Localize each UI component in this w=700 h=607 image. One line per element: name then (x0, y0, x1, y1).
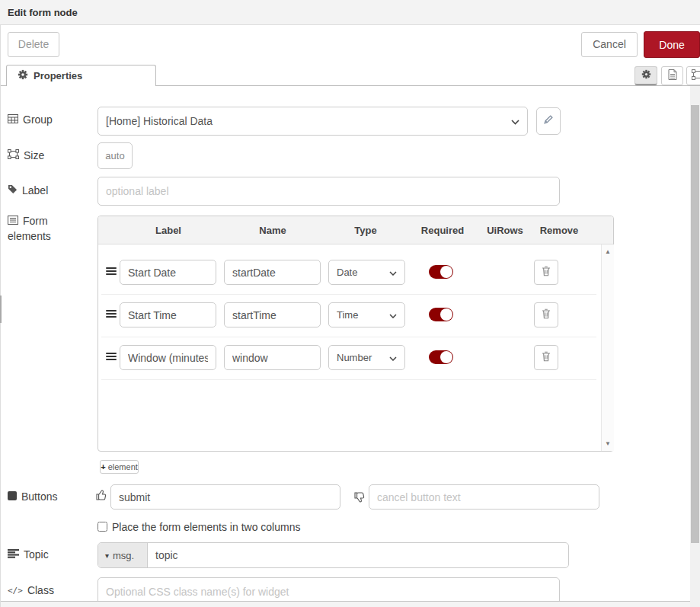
square-icon (8, 490, 17, 503)
table-scrollbar[interactable]: ▲ ▼ (601, 244, 614, 451)
gear-icon (641, 69, 651, 82)
label-input[interactable] (97, 177, 560, 206)
chevron-down-icon (389, 267, 397, 278)
group-select[interactable]: [Home] Historical Data (97, 107, 528, 136)
dialog-bottom-edge (0, 601, 690, 607)
tab-properties[interactable]: Properties (6, 65, 156, 86)
table-header-row: Label Name Type Required UiRows Remove (98, 216, 613, 244)
size-field-label: Size (8, 149, 44, 161)
delete-button[interactable]: Delete (8, 32, 59, 57)
chevron-down-icon (389, 352, 397, 363)
cancel-button[interactable]: Cancel (581, 32, 638, 57)
code-icon: </> (8, 586, 23, 596)
description-icon-button[interactable] (661, 66, 683, 85)
element-type-select[interactable]: Time (328, 302, 405, 327)
table-row: Time (98, 295, 601, 337)
topic-field-label: Topic (8, 548, 49, 561)
table-icon (8, 113, 18, 126)
document-icon (668, 69, 677, 83)
msg-prefix-label: msg. (113, 550, 134, 561)
msg-type-select[interactable]: ▾ msg. (98, 543, 148, 567)
element-type-select[interactable]: Date (328, 260, 405, 285)
size-handles-icon (8, 149, 19, 161)
element-label-input[interactable] (120, 302, 216, 327)
group-field-label: Group (8, 113, 53, 126)
scroll-down-icon[interactable]: ▼ (602, 440, 614, 447)
buttons-field-label: Buttons (8, 490, 57, 503)
selection-rect-icon (692, 69, 700, 83)
dialog-header (0, 0, 700, 25)
trash-icon (542, 351, 551, 365)
two-columns-checkbox-label[interactable]: Place the form elements in two columns (112, 521, 300, 533)
form-elements-table: Label Name Type Required UiRows Remove D… (97, 216, 614, 452)
trash-icon (542, 266, 551, 280)
drag-handle-icon[interactable] (106, 351, 117, 362)
appearance-icon-button[interactable] (686, 66, 700, 85)
edit-group-button[interactable] (536, 107, 561, 135)
topic-value[interactable]: topic (148, 543, 568, 567)
drag-handle-icon[interactable] (106, 266, 117, 276)
form-elements-field-label: Form (8, 215, 48, 227)
dialog-title: Edit form node (8, 0, 78, 25)
element-label-input[interactable] (120, 260, 216, 285)
element-name-input[interactable] (224, 302, 321, 327)
required-toggle[interactable] (429, 350, 453, 364)
remove-row-button[interactable] (534, 302, 558, 327)
drag-handle-icon[interactable] (106, 308, 117, 319)
list-alt-icon (8, 215, 18, 227)
panel-drag-grip[interactable] (0, 296, 2, 323)
thumbs-down-icon (354, 491, 366, 506)
required-toggle[interactable] (429, 265, 453, 279)
element-name-input[interactable] (224, 345, 321, 370)
remove-row-button[interactable] (534, 345, 558, 370)
remove-row-button[interactable] (534, 260, 558, 285)
trash-icon (542, 308, 551, 322)
row-separator (101, 379, 596, 380)
col-header-label: Label (129, 216, 208, 244)
submit-button-text-input[interactable] (110, 484, 340, 510)
scroll-up-icon[interactable]: ▲ (602, 248, 614, 255)
element-type-select[interactable]: Number (328, 345, 405, 370)
topic-typed-input: ▾ msg. topic (97, 542, 569, 568)
element-name-input[interactable] (224, 260, 321, 285)
two-columns-checkbox[interactable] (97, 522, 107, 532)
group-select-value: [Home] Historical Data (106, 115, 213, 127)
col-header-type: Type (326, 216, 405, 244)
required-toggle[interactable] (429, 308, 453, 321)
form-elements-field-label-line2: elements (8, 230, 51, 242)
pencil-icon (543, 114, 554, 128)
label-field-label: Label (8, 184, 48, 196)
table-row: Date (98, 252, 601, 294)
text-lines-icon (8, 548, 19, 561)
table-row: Number (98, 337, 601, 379)
done-button[interactable]: Done (644, 31, 700, 58)
cancel-button-text-input[interactable] (369, 484, 599, 510)
properties-icon-button[interactable] (634, 66, 657, 85)
edit-form-node-dialog: Edit form node Delete Cancel Done Proper… (0, 0, 700, 607)
tab-properties-label: Properties (34, 70, 82, 81)
chevron-down-icon (389, 309, 397, 321)
col-header-remove: Remove (519, 216, 599, 244)
add-element-button[interactable]: + element (100, 460, 139, 474)
class-field-label: </> Class (8, 584, 54, 596)
size-auto-button[interactable]: auto (97, 142, 133, 169)
caret-down-icon: ▾ (105, 551, 109, 560)
gear-icon (18, 69, 28, 83)
tag-icon (8, 184, 18, 196)
thumbs-up-icon (96, 489, 108, 504)
col-header-name: Name (233, 216, 312, 244)
chevron-down-icon (511, 115, 519, 127)
page-scrollbar-thumb[interactable] (691, 105, 699, 543)
element-label-input[interactable] (120, 345, 216, 370)
